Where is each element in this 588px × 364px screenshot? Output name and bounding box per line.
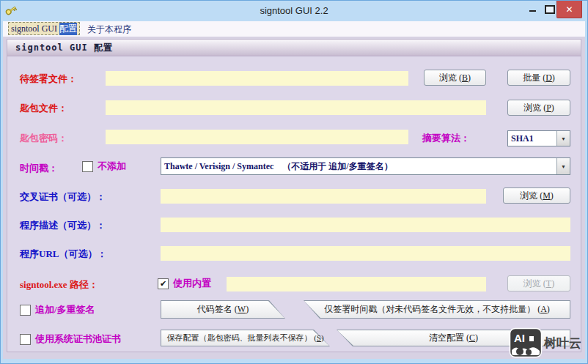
timestamp-only-button[interactable]: 仅签署时间戳（对未代码签名文件无效，不支持批量） (A) <box>304 300 570 319</box>
timestamp-noadd-checkbox[interactable]: 不添加 <box>82 160 126 173</box>
timestamp-dropdown-button[interactable]: ▼ <box>556 158 570 174</box>
digest-selected-value: SHA1 <box>508 131 556 146</box>
sign-file-label: 待签署文件： <box>20 73 77 86</box>
system-store-label: 使用系统证书池证书 <box>35 333 121 346</box>
window-title: signtool GUI 2.2 <box>1 5 587 16</box>
cross-cert-label: 交叉证书（可选）： <box>20 190 106 204</box>
digest-dropdown-button[interactable]: ▼ <box>556 131 570 146</box>
append-multi-label: 追加/多重签名 <box>35 303 95 316</box>
key-file-label: 匙包文件： <box>20 102 67 115</box>
maximize-icon <box>545 5 555 14</box>
groupbox-header: signtool GUI 配置 <box>7 40 581 56</box>
watermark: AI 树叶云 <box>509 327 581 358</box>
minimize-icon <box>529 10 536 12</box>
browse-signtool-button: 浏览 (T) <box>507 275 570 291</box>
timestamp-noadd-label: 不添加 <box>98 160 126 173</box>
timestamp-server-combobox[interactable]: Thawte / Verisign / Symantec （不适用于 追加/多重… <box>161 157 570 175</box>
menu-item-about[interactable]: 关于本程序 <box>87 23 131 36</box>
title-bar: signtool GUI 2.2 ✕ <box>1 1 587 21</box>
chevron-down-icon: ▼ <box>561 136 566 141</box>
watermark-logo-icon: AI <box>509 327 543 358</box>
save-config-button[interactable]: 保存配置（匙包密码、批量列表不保存） (S) <box>161 330 330 346</box>
client-area: signtool GUI 配置 关于本程序 signtool GUI 配置 待签… <box>3 21 585 359</box>
use-builtin-checkbox[interactable]: ✔ 使用内置 <box>158 277 211 290</box>
config-groupbox: signtool GUI 配置 待签署文件： 浏览 (B) 批量 (D) 匙包文… <box>7 39 581 352</box>
browse-cross-cert-button[interactable]: 浏览 (M) <box>503 187 570 204</box>
sign-file-input[interactable] <box>106 71 408 86</box>
browse-sign-file-button[interactable]: 浏览 (B) <box>424 70 486 86</box>
signtool-path-label: signtool.exe 路径： <box>20 278 98 291</box>
description-input[interactable] <box>161 218 570 232</box>
groupbox-title: signtool GUI 配置 <box>7 42 113 54</box>
watermark-text: 树叶云 <box>544 335 581 352</box>
program-url-input[interactable] <box>161 246 570 261</box>
checkbox-box <box>82 161 93 172</box>
batch-button[interactable]: 批量 (D) <box>507 70 570 86</box>
description-label: 程序描述（可选）： <box>20 219 106 232</box>
program-url-label: 程序URL（可选）： <box>20 248 106 261</box>
maximize-button[interactable] <box>543 3 556 15</box>
code-sign-button[interactable]: 代码签名 (W) <box>161 300 285 319</box>
menu-item-config[interactable]: signtool GUI 配置 <box>8 22 80 35</box>
app-window: signtool GUI 2.2 ✕ signtool GUI 配置 关于本程序… <box>0 0 588 364</box>
append-multi-checkbox[interactable]: 追加/多重签名 <box>20 303 95 316</box>
minimize-button[interactable] <box>526 3 539 15</box>
timestamp-selected-value: Thawte / Verisign / Symantec （不适用于 追加/多重… <box>161 158 556 174</box>
system-store-checkbox[interactable]: 使用系统证书池证书 <box>20 333 121 346</box>
key-password-label: 匙包密码： <box>20 132 67 145</box>
cross-cert-input[interactable] <box>161 189 486 204</box>
digest-combobox[interactable]: SHA1 ▼ <box>507 130 570 146</box>
menu-bar: signtool GUI 配置 关于本程序 <box>3 21 585 37</box>
close-icon: ✕ <box>565 4 573 15</box>
checkbox-box <box>20 305 31 316</box>
signtool-path-input[interactable] <box>227 277 486 291</box>
close-button[interactable]: ✕ <box>556 1 582 18</box>
key-password-input[interactable] <box>106 130 408 144</box>
svg-text:AI: AI <box>514 332 525 344</box>
check-icon: ✔ <box>160 280 166 288</box>
use-builtin-label: 使用内置 <box>173 277 211 290</box>
key-file-input[interactable] <box>106 100 486 115</box>
digest-label: 摘要算法： <box>422 132 470 145</box>
timestamp-label: 时间戳： <box>20 162 58 175</box>
checkbox-box <box>20 334 31 345</box>
checkbox-box: ✔ <box>158 278 169 289</box>
chevron-down-icon: ▼ <box>561 164 566 169</box>
browse-key-file-button[interactable]: 浏览 (P) <box>507 100 570 116</box>
